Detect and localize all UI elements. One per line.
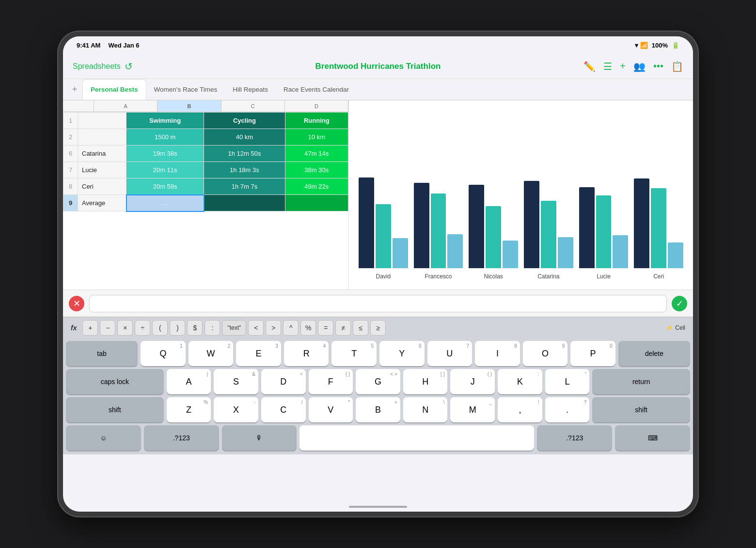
more-icon[interactable]: •••	[653, 61, 663, 72]
add-icon[interactable]: +	[620, 61, 626, 72]
ceri-cycling[interactable]: 1h 7m 7s	[204, 178, 285, 195]
key-k[interactable]: :K	[498, 369, 542, 394]
formula-input[interactable]	[89, 295, 667, 312]
caret-key[interactable]: ^	[283, 320, 299, 336]
lucie-running[interactable]: 38m 30s	[285, 162, 348, 178]
average-cycling-cell[interactable]	[204, 195, 285, 211]
key-y[interactable]: 6Y	[379, 341, 425, 366]
key-z[interactable]: %Z	[167, 397, 211, 422]
key-d[interactable]: =D	[261, 369, 306, 394]
key-j[interactable]: ( )J	[450, 369, 495, 394]
tab-key[interactable]: tab	[66, 341, 138, 366]
less-equal-key[interactable]: ≤	[353, 320, 368, 336]
key-comma[interactable]: !,	[498, 397, 542, 422]
empty-cell[interactable]	[78, 113, 126, 129]
average-running-cell[interactable]	[285, 195, 348, 211]
lucie-swimming[interactable]: 20m 11s	[126, 162, 204, 178]
empty-cell-2[interactable]	[78, 129, 126, 145]
tab-womens-race-times[interactable]: Women's Race Times	[146, 79, 225, 100]
key-c[interactable]: /C	[261, 397, 306, 422]
key-n[interactable]: \N	[403, 397, 448, 422]
col-c-header[interactable]: C	[221, 100, 285, 112]
col-b-header[interactable]: B	[158, 100, 221, 112]
dollar-key[interactable]: $	[187, 320, 203, 336]
lucie-label[interactable]: Lucie	[78, 162, 126, 178]
cancel-button[interactable]: ✕	[69, 296, 84, 311]
key-a[interactable]: |A	[167, 369, 211, 394]
shift-right-key[interactable]: shift	[592, 397, 690, 422]
key-m[interactable]: _M	[450, 397, 495, 422]
key-f[interactable]: { }F	[309, 369, 353, 394]
mic-key[interactable]: 🎙	[222, 425, 297, 451]
key-g[interactable]: < >G	[356, 369, 400, 394]
emoji-key[interactable]: ☺	[66, 425, 141, 451]
back-button[interactable]: Spreadsheets	[73, 62, 121, 71]
cell-button[interactable]: ⚡ Cell	[662, 324, 689, 331]
less-than-key[interactable]: <	[248, 320, 264, 336]
col-d-header[interactable]: D	[285, 100, 348, 112]
cycling-sub-cell[interactable]: 40 km	[204, 129, 285, 145]
plus-key[interactable]: +	[82, 320, 98, 336]
catarina-cycling[interactable]: 1h 12m 50s	[204, 145, 285, 162]
catarina-swimming[interactable]: 19m 38s	[126, 145, 204, 162]
col-a-header[interactable]: A	[94, 100, 158, 112]
greater-equal-key[interactable]: ≥	[370, 320, 386, 336]
filter-icon[interactable]: ☰	[603, 61, 612, 72]
not-equals-key[interactable]: ≠	[335, 320, 351, 336]
caps-lock-key[interactable]: caps lock	[66, 369, 164, 394]
running-sub-cell[interactable]: 10 km	[285, 129, 348, 145]
cycling-header-cell[interactable]: Cycling	[204, 113, 285, 129]
tab-personal-bests[interactable]: Personal Bests	[82, 79, 146, 100]
key-r[interactable]: 4R	[284, 341, 329, 366]
key-u[interactable]: 7U	[427, 341, 472, 366]
catarina-label[interactable]: Catarina	[78, 145, 126, 162]
pen-icon[interactable]: ✏️	[583, 61, 596, 72]
format-icon[interactable]: 📋	[671, 61, 683, 72]
equals-key[interactable]: =	[318, 320, 333, 336]
key-i[interactable]: 8I	[475, 341, 520, 366]
key-v[interactable]: *V	[309, 397, 353, 422]
collaborate-icon[interactable]: 👥	[633, 61, 646, 72]
ceri-running[interactable]: 49m 22s	[285, 178, 348, 195]
running-header-cell[interactable]: Running	[285, 113, 348, 129]
ceri-label[interactable]: Ceri	[78, 178, 126, 195]
greater-than-key[interactable]: >	[266, 320, 281, 336]
divide-key[interactable]: ÷	[135, 320, 150, 336]
average-swimming-cell[interactable]: ...	[126, 195, 204, 211]
numeric-key-right[interactable]: .?123	[537, 425, 612, 451]
key-period[interactable]: ?.	[545, 397, 590, 422]
minus-key[interactable]: −	[100, 320, 115, 336]
key-p[interactable]: 0P	[570, 341, 615, 366]
key-e[interactable]: 3E	[236, 341, 281, 366]
percent-key[interactable]: %	[300, 320, 316, 336]
swimming-sub-cell[interactable]: 1500 m	[126, 129, 204, 145]
key-b[interactable]: +B	[356, 397, 400, 422]
close-paren-key[interactable]: )	[170, 320, 185, 336]
catarina-running[interactable]: 47m 14s	[285, 145, 348, 162]
undo-icon[interactable]: ↺	[125, 61, 133, 72]
keyboard-hide-key[interactable]: ⌨	[615, 425, 690, 451]
return-key[interactable]: return	[592, 369, 690, 394]
swimming-header-cell[interactable]: Swimming	[126, 113, 204, 129]
lucie-cycling[interactable]: 1h 18m 3s	[204, 162, 285, 178]
key-h[interactable]: [ ]H	[403, 369, 448, 394]
average-label[interactable]: Average	[78, 195, 126, 211]
shift-left-key[interactable]: shift	[66, 397, 164, 422]
key-o[interactable]: 9O	[523, 341, 568, 366]
ceri-swimming[interactable]: 20m 59s	[126, 178, 204, 195]
key-t[interactable]: 5T	[331, 341, 377, 366]
space-key[interactable]	[299, 425, 534, 451]
numeric-key-left[interactable]: .?123	[144, 425, 219, 451]
key-q[interactable]: 1Q	[141, 341, 186, 366]
open-paren-key[interactable]: (	[152, 320, 168, 336]
colon-key[interactable]: :	[205, 320, 220, 336]
tab-race-events[interactable]: Race Events Calendar	[276, 79, 357, 100]
key-s[interactable]: &S	[214, 369, 258, 394]
delete-key[interactable]: delete	[618, 341, 690, 366]
tab-hill-repeats[interactable]: Hill Repeats	[225, 79, 276, 100]
confirm-button[interactable]: ✓	[672, 296, 687, 311]
multiply-key[interactable]: ×	[117, 320, 133, 336]
key-l[interactable]: "L	[545, 369, 590, 394]
text-key[interactable]: "text"	[222, 320, 246, 336]
key-w[interactable]: 2W	[189, 341, 234, 366]
